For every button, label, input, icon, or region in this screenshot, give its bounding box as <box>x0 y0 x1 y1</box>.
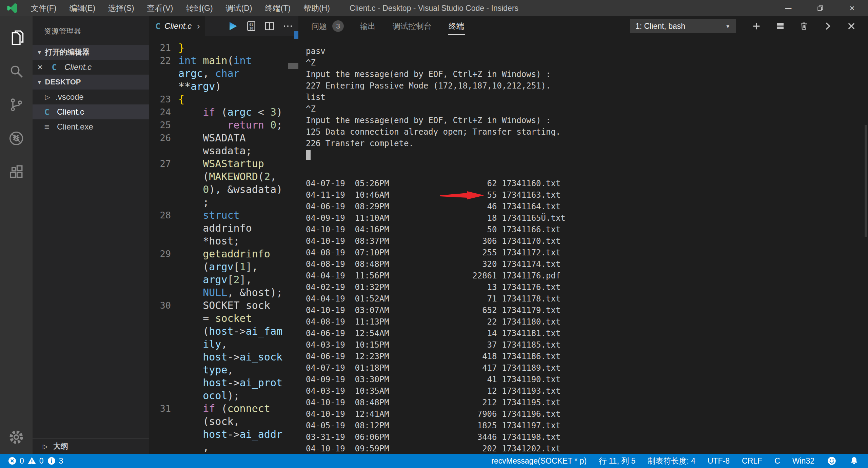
code-text: 0), &wsadata) <box>178 183 282 196</box>
panel-tab-调试控制台[interactable]: 调试控制台 <box>392 16 432 36</box>
line-number: 22 <box>149 54 178 67</box>
code-text: ; <box>178 196 209 209</box>
run-code-icon[interactable] <box>227 20 239 32</box>
sidebar-item-.vscode[interactable]: ▷.vscode <box>33 90 149 104</box>
binary-view-icon[interactable]: 0110 <box>245 20 257 32</box>
status-item[interactable]: UTF-8 <box>708 456 730 466</box>
line-number <box>149 183 178 196</box>
directory-listing: 04-07-19 05:26PM 62 17341160.txt04-11-19… <box>306 178 868 454</box>
tab-client-c[interactable]: C Client.c › <box>149 16 205 36</box>
code-text: (sock, <box>178 415 240 428</box>
status-count: 0 <box>39 456 44 466</box>
svg-text:01: 01 <box>249 23 253 26</box>
close-button[interactable]: × <box>836 0 868 16</box>
vscode-insiders-logo <box>0 2 24 14</box>
panel-tab-label: 调试控制台 <box>392 18 432 35</box>
sidebar-title: 资源管理器 <box>33 16 149 45</box>
close-icon[interactable]: × <box>33 62 47 73</box>
code-line: 28 struct <box>149 209 298 222</box>
maximize-panel-icon[interactable] <box>823 21 833 31</box>
line-number <box>149 196 178 209</box>
info-icon <box>47 456 56 466</box>
listing-row: 04-07-19 05:26PM 62 17341160.txt <box>306 178 868 189</box>
line-number <box>149 286 178 299</box>
editor-scrollbar-thumb[interactable] <box>288 63 298 69</box>
terminal-output[interactable]: pasv^ZInput the message(end by EOF, Ctrl… <box>298 36 868 454</box>
code-line: ocol); <box>149 389 298 402</box>
panel-tab-输出[interactable]: 输出 <box>359 16 376 36</box>
code-line: NULL, &host); <box>149 286 298 299</box>
code-line: 21} <box>149 41 298 54</box>
settings-gear-icon[interactable] <box>0 420 33 454</box>
extensions-icon[interactable] <box>0 155 33 189</box>
terminal-scrollbar-thumb[interactable] <box>865 125 867 237</box>
split-editor-icon[interactable] <box>264 20 275 32</box>
menu-item[interactable]: 帮助(H) <box>297 0 336 16</box>
menu-item[interactable]: 查看(V) <box>141 0 180 16</box>
panel-tab-label: 终端 <box>448 18 465 35</box>
section-header-DESKTOP[interactable]: ▾DESKTOP <box>33 75 149 90</box>
menu-item[interactable]: 选择(S) <box>102 0 141 16</box>
terminal-line: ^Z <box>306 103 868 115</box>
debug-icon[interactable] <box>0 121 33 155</box>
code-text: argc, char <box>178 67 240 80</box>
more-actions-icon[interactable] <box>282 20 294 32</box>
chevron-right-icon: ▷ <box>41 93 54 101</box>
explorer-icon[interactable] <box>0 21 33 54</box>
status-bar: 003 recvMessage(SOCKET * p)行 11, 列 5制表符长… <box>0 454 868 468</box>
listing-row: 04-05-19 08:12PM 1825 17341197.txt <box>306 420 868 431</box>
menu-item[interactable]: 转到(G) <box>179 0 219 16</box>
file-label: Client.c <box>57 107 84 117</box>
menu-item[interactable]: 终端(T) <box>259 0 297 16</box>
close-panel-icon[interactable] <box>846 21 856 31</box>
status-item[interactable]: 制表符长度: 4 <box>648 456 695 466</box>
terminal-select[interactable]: 1: Client, bash ▼ <box>630 19 736 33</box>
terminal-line: pasv <box>306 45 868 57</box>
activity-bar <box>0 16 33 454</box>
chevron-right-icon[interactable]: › <box>197 21 200 32</box>
terminal-line: ^Z <box>306 57 868 69</box>
panel-tab-问题[interactable]: 问题3 <box>311 16 344 36</box>
source-control-icon[interactable] <box>0 88 33 121</box>
line-number: 28 <box>149 209 178 222</box>
chevron-expanded-icon: ▾ <box>38 79 41 86</box>
code-text: (MAKEWORD(2, <box>178 170 276 183</box>
split-terminal-icon[interactable] <box>775 21 785 31</box>
sidebar-item-Client.exe[interactable]: ≡Client.exe <box>33 119 149 134</box>
listing-row: 04-10-19 08:37PM 306 17341170.txt <box>306 235 868 247</box>
line-number <box>149 351 178 364</box>
notifications-bell-icon[interactable] <box>849 456 859 466</box>
line-number: 25 <box>149 119 178 132</box>
smiley-feedback-icon[interactable] <box>827 456 837 466</box>
panel-tab-终端[interactable]: 终端 <box>448 16 465 36</box>
search-icon[interactable] <box>0 54 33 88</box>
status-item[interactable]: recvMessage(SOCKET * p) <box>491 456 587 466</box>
menu-item[interactable]: 文件(F) <box>24 0 63 16</box>
section-label: 打开的编辑器 <box>45 47 90 57</box>
status-item[interactable]: C <box>774 456 780 466</box>
menu-item[interactable]: 编辑(E) <box>63 0 102 16</box>
line-number: 27 <box>149 157 178 170</box>
new-terminal-icon[interactable] <box>751 21 762 31</box>
code-line: 27 WSAStartup <box>149 157 298 170</box>
sidebar-item-outline[interactable]: ▷ 大纲 <box>33 438 149 454</box>
section-header-打开的编辑器[interactable]: ▾打开的编辑器 <box>33 45 149 60</box>
restore-button[interactable] <box>804 0 836 16</box>
minimize-button[interactable]: ─ <box>772 0 804 16</box>
status-item[interactable]: Win32 <box>792 456 814 466</box>
status-problems[interactable]: 003 <box>0 456 63 466</box>
outline-label: 大纲 <box>53 441 68 451</box>
status-item[interactable]: 行 11, 列 5 <box>599 456 635 466</box>
code-text: if (argc < 3) <box>178 106 282 119</box>
panel-tabs: 问题3输出调试控制台终端 <box>311 16 465 36</box>
status-item[interactable]: CRLF <box>742 456 762 466</box>
menu-item[interactable]: 调试(D) <box>219 0 259 16</box>
sidebar-item-Client.c[interactable]: CClient.c <box>33 104 149 119</box>
code-line: 26 WSADATA <box>149 132 298 144</box>
listing-row: 04-10-19 12:41AM 7906 17341196.txt <box>306 408 868 420</box>
code-editor[interactable]: 21}22int main(intargc, char**argv)23{24 … <box>149 36 298 454</box>
kill-terminal-icon[interactable] <box>799 21 809 31</box>
red-arrow-annotation <box>440 190 485 200</box>
sidebar-sections: ▾打开的编辑器×CClient.c▾DESKTOP▷.vscodeCClient… <box>33 45 149 134</box>
sidebar-item-Client.c[interactable]: ×CClient.c <box>33 60 149 75</box>
